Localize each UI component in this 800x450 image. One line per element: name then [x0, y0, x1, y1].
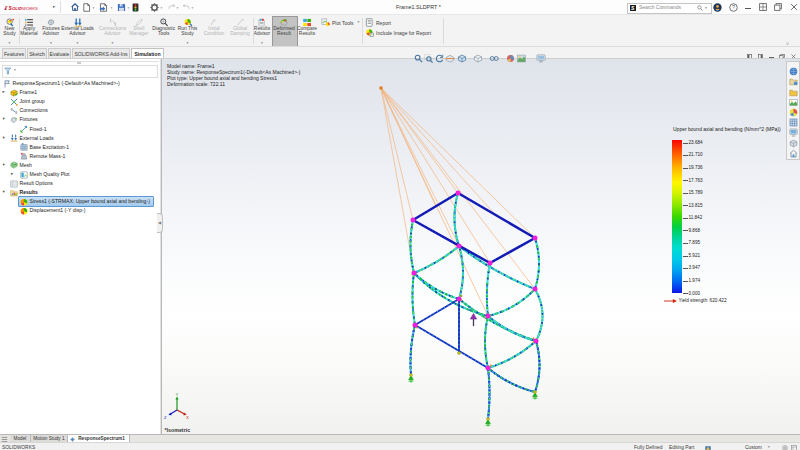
svg-text:SOLIDWORKS: SOLIDWORKS — [9, 6, 38, 11]
svg-text:Z: Z — [164, 415, 167, 420]
svg-text:?: ? — [732, 4, 735, 10]
svg-text:X: X — [186, 415, 189, 420]
svg-text:Y: Y — [175, 392, 178, 397]
